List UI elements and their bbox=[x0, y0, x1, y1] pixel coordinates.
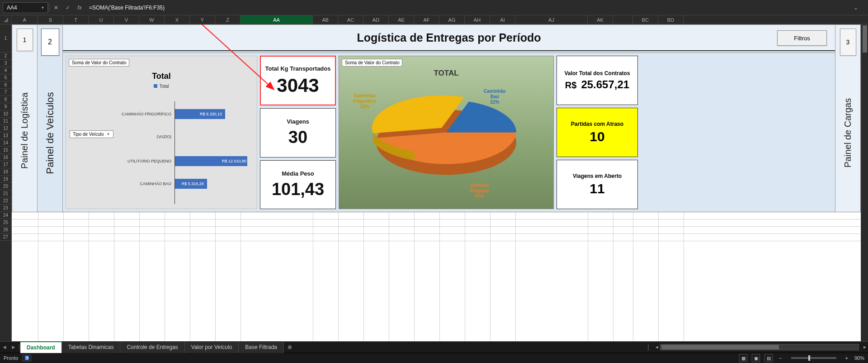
col-header-AB[interactable]: AB bbox=[313, 15, 338, 24]
row-header-18[interactable]: 18 bbox=[0, 168, 11, 176]
tab-nav-next-icon[interactable]: ► bbox=[9, 341, 18, 353]
col-header-blank[interactable] bbox=[613, 15, 633, 24]
col-header-X[interactable]: X bbox=[165, 15, 190, 24]
row-header-7[interactable]: 7 bbox=[0, 89, 11, 96]
col-header-AA[interactable]: AA bbox=[241, 15, 313, 24]
col-header-AI[interactable]: AI bbox=[490, 15, 515, 24]
col-header-AD[interactable]: AD bbox=[363, 15, 389, 24]
accessibility-icon[interactable]: ♿ bbox=[23, 355, 31, 361]
col-header-T[interactable]: T bbox=[63, 15, 89, 24]
formula-text: =SOMA('Base Filtrada'!F6:F35) bbox=[89, 5, 165, 11]
formula-input[interactable]: =SOMA('Base Filtrada'!F6:F35) bbox=[85, 2, 851, 13]
row-header-1[interactable]: 1 bbox=[0, 24, 11, 53]
nav-button-2[interactable]: 2 bbox=[41, 29, 59, 56]
row-header-24[interactable]: 24 bbox=[0, 212, 11, 219]
expand-formula-bar-icon[interactable]: ⌄ bbox=[851, 5, 861, 11]
zoom-out-icon[interactable]: − bbox=[777, 355, 783, 361]
tabs-overflow-icon[interactable]: ⋮ bbox=[643, 344, 654, 350]
row-header-11[interactable]: 11 bbox=[0, 118, 11, 125]
zoom-in-icon[interactable]: + bbox=[844, 355, 850, 361]
fx-icon[interactable]: fx bbox=[74, 2, 85, 13]
filters-button[interactable]: Filtros bbox=[777, 30, 827, 46]
nav-button-1[interactable]: 1 bbox=[17, 29, 33, 51]
row-header-13[interactable]: 13 bbox=[0, 132, 11, 139]
cells[interactable]: 1 Painel de Logística 2 Painel de Veícul… bbox=[12, 24, 861, 341]
name-box[interactable]: AA4 ▾ bbox=[3, 2, 48, 13]
row-header-23[interactable]: 23 bbox=[0, 205, 11, 212]
new-sheet-button[interactable]: ⊕ bbox=[284, 344, 296, 350]
select-all-corner[interactable] bbox=[0, 15, 12, 24]
pie-slice-label: CaminhãoFrigorífico32% bbox=[354, 93, 376, 110]
col-header-AK[interactable]: AK bbox=[588, 15, 613, 24]
col-header-A[interactable]: A bbox=[12, 15, 38, 24]
zoom-slider[interactable] bbox=[791, 357, 836, 359]
column-headers: ASTUVWXYZAAABACADAEAFAGAHAIAJAKBCBD bbox=[0, 15, 868, 24]
row-header-15[interactable]: 15 bbox=[0, 147, 11, 154]
zoom-level[interactable]: 90% bbox=[854, 355, 864, 361]
row-header-6[interactable]: 6 bbox=[0, 81, 11, 89]
row-header-4[interactable]: 4 bbox=[0, 67, 11, 74]
col-header-Y[interactable]: Y bbox=[190, 15, 215, 24]
col-header-AF[interactable]: AF bbox=[414, 15, 439, 24]
sheet-tab-valor-por-veículo[interactable]: Valor por Veículo bbox=[185, 341, 239, 353]
row-header-19[interactable]: 19 bbox=[0, 176, 11, 183]
col-header-AH[interactable]: AH bbox=[465, 15, 490, 24]
col-header-AC[interactable]: AC bbox=[338, 15, 363, 24]
chevron-down-icon[interactable]: ▾ bbox=[42, 5, 44, 10]
kpi-viagens: Viagens 30 bbox=[260, 108, 336, 157]
row-header-20[interactable]: 20 bbox=[0, 183, 11, 190]
atraso-label: Partidas com Atraso bbox=[571, 121, 623, 127]
bar-category-label: CAMINHÃO BAÚ bbox=[140, 182, 171, 186]
row-header-17[interactable]: 17 bbox=[0, 161, 11, 168]
name-box-value: AA4 bbox=[7, 5, 17, 11]
col-header-AE[interactable]: AE bbox=[389, 15, 414, 24]
enter-formula-icon[interactable]: ✓ bbox=[62, 2, 74, 13]
horizontal-scrollbar[interactable] bbox=[660, 344, 859, 350]
row-header-8[interactable]: 8 bbox=[0, 96, 11, 103]
bar-value-label: R$ 8.330,13 bbox=[200, 112, 222, 116]
row-header-21[interactable]: 21 bbox=[0, 190, 11, 197]
side-label-veiculos: Painel de Veículos bbox=[44, 92, 56, 174]
sheet-tab-base-filtrada[interactable]: Base Filtrada bbox=[239, 341, 284, 353]
tab-nav-prev-icon[interactable]: ◄ bbox=[0, 341, 9, 353]
view-page-layout-icon[interactable]: ▣ bbox=[752, 354, 760, 362]
sheet-tab-tabelas-dinamicas[interactable]: Tabelas Dinamicas bbox=[62, 341, 121, 353]
row-header-3[interactable]: 3 bbox=[0, 60, 11, 67]
row-header-2[interactable]: 2 bbox=[0, 53, 11, 60]
col-header-BD[interactable]: BD bbox=[658, 15, 684, 24]
row-header-5[interactable]: 5 bbox=[0, 74, 11, 81]
row-header-12[interactable]: 12 bbox=[0, 125, 11, 132]
hscroll-right-icon[interactable]: ► bbox=[862, 344, 868, 350]
col-header-U[interactable]: U bbox=[89, 15, 114, 24]
kpi-media-value: 101,43 bbox=[272, 180, 324, 199]
row-header-25[interactable]: 25 bbox=[0, 219, 11, 226]
col-header-BC[interactable]: BC bbox=[633, 15, 658, 24]
sheet-tab-controle-de-entregas[interactable]: Controle de Entregas bbox=[120, 341, 184, 353]
sheet-tab-dashboard[interactable]: Dashboard bbox=[20, 341, 62, 353]
cancel-formula-icon[interactable]: ✕ bbox=[50, 2, 62, 13]
vertical-scrollbar[interactable] bbox=[861, 24, 868, 341]
row-header-16[interactable]: 16 bbox=[0, 154, 11, 161]
col-header-W[interactable]: W bbox=[139, 15, 165, 24]
row-header-10[interactable]: 10 bbox=[0, 110, 11, 118]
kpi-kg-value: 3043 bbox=[277, 75, 319, 96]
row-header-26[interactable]: 26 bbox=[0, 226, 11, 234]
row-header-22[interactable]: 22 bbox=[0, 197, 11, 205]
vehicle-type-dropdown[interactable]: Tipo de Veículo ▼ bbox=[70, 130, 113, 138]
kpi-media-label: Média Peso bbox=[282, 170, 314, 177]
col-header-S[interactable]: S bbox=[38, 15, 63, 24]
col-header-V[interactable]: V bbox=[114, 15, 139, 24]
row-header-14[interactable]: 14 bbox=[0, 139, 11, 147]
view-page-break-icon[interactable]: ▤ bbox=[764, 354, 773, 362]
nav-button-3[interactable]: 3 bbox=[840, 29, 856, 56]
pie-chart-card[interactable]: Soma de Valor do Contrato TOTAL bbox=[339, 56, 554, 209]
col-header-Z[interactable]: Z bbox=[215, 15, 241, 24]
col-header-AG[interactable]: AG bbox=[439, 15, 465, 24]
bar-chart-card[interactable]: Soma de Valor do Contrato Total Total Ti… bbox=[66, 56, 257, 209]
row-header-27[interactable]: 27 bbox=[0, 234, 11, 241]
row-header-9[interactable]: 9 bbox=[0, 103, 11, 110]
dropdown-arrow-icon: ▼ bbox=[107, 132, 110, 136]
view-normal-icon[interactable]: ▦ bbox=[739, 354, 747, 362]
col-header-AJ[interactable]: AJ bbox=[515, 15, 588, 24]
hscroll-left-icon[interactable]: ◄ bbox=[654, 344, 660, 350]
